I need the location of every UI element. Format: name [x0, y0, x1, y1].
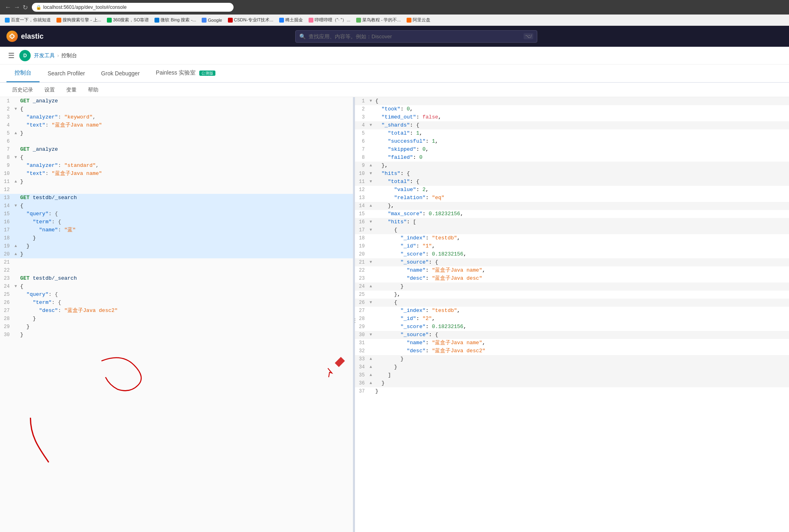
bookmark-runoob[interactable]: 菜鸟教程 - 学的不... — [355, 16, 403, 24]
resp-line: 17 ▼ { — [355, 226, 789, 234]
code-line: 16 "term": { — [0, 218, 353, 226]
elastic-logo[interactable]: elastic — [6, 31, 44, 42]
back-button[interactable]: ← — [5, 4, 11, 11]
code-line: 7 GET _analyze — [0, 145, 353, 154]
resp-line: 24 ▲ } — [355, 283, 789, 291]
bookmarks-bar: 百度一下，你就知道 搜狗搜索引擎 - 上... 360搜索，SO靠谱 微软 Bi… — [0, 15, 789, 26]
tab-grok-debugger[interactable]: Grok Debugger — [93, 65, 148, 82]
kibana-nav: ☰ D 开发工具 › 控制台 — [0, 47, 789, 64]
resp-line: 8 "failed": 0 — [355, 154, 789, 162]
resp-line: 27 "_index": "testdb", — [355, 307, 789, 315]
breadcrumb-dev-tools[interactable]: 开发工具 — [34, 52, 55, 59]
bookmark-juejin[interactable]: 稀土掘金 — [278, 16, 305, 24]
nav-avatar[interactable]: D — [19, 50, 31, 61]
resp-line: 3 "timed_out": false, — [355, 113, 789, 121]
editor-pane[interactable]: 1 GET _analyze 2 ▼ { 3 "analyzer": "keyw… — [0, 97, 353, 532]
code-line: 17 "name": "蓝" — [0, 226, 353, 234]
resp-line: 9 ▲ }, — [355, 162, 789, 170]
bookmark-aliyun[interactable]: 阿里云盘 — [405, 16, 432, 24]
forward-button[interactable]: → — [14, 4, 20, 11]
main-content: 1 GET _analyze 2 ▼ { 3 "analyzer": "keyw… — [0, 97, 789, 532]
bookmark-csdn[interactable]: CSDN-专业IT技术... — [226, 16, 275, 24]
resp-line: 19 "_id": "1", — [355, 242, 789, 250]
sub-nav: 历史记录 设置 变量 帮助 — [0, 83, 789, 97]
code-line: 13 GET testdb/_search — [0, 194, 353, 202]
header-search[interactable]: 🔍 ⌥/ — [295, 30, 537, 43]
reload-button[interactable]: ↻ — [23, 4, 28, 11]
resp-line: 11 ▼ "total": { — [355, 178, 789, 186]
code-line: 12 — [0, 186, 353, 194]
bookmark-sogou[interactable]: 搜狗搜索引擎 - 上... — [55, 16, 103, 24]
global-search-input[interactable] — [295, 30, 537, 43]
address-bar[interactable]: 🔒 localhost:5601/app/dev_tools#/console — [32, 3, 234, 12]
code-line: 3 "analyzer": "keyword", — [0, 113, 353, 121]
browser-bar: ← → ↻ 🔒 localhost:5601/app/dev_tools#/co… — [0, 0, 789, 15]
code-line: 30 } — [0, 331, 353, 339]
tab-search-profiler[interactable]: Search Profiler — [40, 65, 93, 82]
resp-line: 21 ▼ "_source": { — [355, 258, 789, 266]
bookmark-icon — [56, 18, 61, 23]
code-line: 25 "query": { — [0, 291, 353, 299]
resize-handle[interactable] — [353, 97, 355, 532]
sub-nav-help[interactable]: 帮助 — [82, 83, 104, 97]
tab-console[interactable]: 控制台 — [6, 64, 40, 82]
response-pane: 1 ▼ { 2 "took": 0, 3 "timed_out": false,… — [355, 97, 789, 532]
code-line: 24 ▼ { — [0, 283, 353, 291]
bookmark-baidu[interactable]: 百度一下，你就知道 — [3, 16, 52, 24]
bookmark-bing[interactable]: 微软 Bing 搜索 -... — [153, 16, 198, 24]
resp-line: 37 } — [355, 387, 789, 395]
bookmark-icon — [154, 18, 159, 23]
code-line: 19 ▲ } — [0, 242, 353, 250]
resp-line: 6 "successful": 1, — [355, 137, 789, 145]
bookmark-google[interactable]: Google — [200, 17, 223, 23]
resp-line: 20 "_score": 0.18232156, — [355, 250, 789, 258]
resp-line: 7 "skipped": 0, — [355, 145, 789, 154]
resp-line: 26 ▼ { — [355, 299, 789, 307]
code-line: 8 ▼ { — [0, 154, 353, 162]
code-line: 21 — [0, 258, 353, 266]
elastic-header: elastic 🔍 ⌥/ — [0, 26, 789, 47]
resp-line: 12 "value": 2, — [355, 186, 789, 194]
lock-icon: 🔒 — [36, 5, 42, 10]
resp-line: 34 ▲ } — [355, 363, 789, 371]
code-line: 6 — [0, 137, 353, 145]
sub-nav-settings[interactable]: 设置 — [39, 83, 61, 97]
hamburger-button[interactable]: ☰ — [6, 50, 16, 62]
bookmark-bilibili[interactable]: 哔哩哔哩（"· "）... — [307, 16, 352, 24]
resp-line: 10 ▼ "hits": { — [355, 170, 789, 178]
code-line: 20 ▲ } — [0, 250, 353, 258]
breadcrumb: 开发工具 › 控制台 — [34, 52, 77, 59]
resp-line: 30 ▼ "_source": { — [355, 331, 789, 339]
tab-painless-lab[interactable]: Painless 实验室 公测版 — [148, 64, 223, 82]
sub-nav-variables[interactable]: 变量 — [61, 83, 82, 97]
search-shortcut: ⌥/ — [524, 33, 533, 39]
search-icon: 🔍 — [299, 33, 306, 39]
resp-line: 13 "relation": "eq" — [355, 194, 789, 202]
code-line: 22 — [0, 266, 353, 274]
sub-nav-history[interactable]: 历史记录 — [6, 83, 39, 97]
response-content[interactable]: 1 ▼ { 2 "took": 0, 3 "timed_out": false,… — [355, 97, 789, 532]
bookmark-icon — [202, 18, 207, 23]
resp-line: 15 "max_score": 0.18232156, — [355, 210, 789, 218]
code-line: 2 ▼ { — [0, 105, 353, 113]
code-line: 15 "query": { — [0, 210, 353, 218]
bookmark-360[interactable]: 360搜索，SO靠谱 — [105, 16, 150, 24]
code-line: 26 "term": { — [0, 299, 353, 307]
resp-line: 22 "name": "蓝盒子Java name", — [355, 266, 789, 274]
resp-line: 31 "name": "蓝盒子Java name", — [355, 339, 789, 347]
resp-line: 2 "took": 0, — [355, 105, 789, 113]
bookmark-icon — [107, 18, 112, 23]
browser-nav[interactable]: ← → ↻ — [5, 4, 28, 11]
code-line: 10 "text": "蓝盒子Java name" — [0, 170, 353, 178]
breadcrumb-separator: › — [57, 53, 59, 58]
resp-line: 18 "_index": "testdb", — [355, 234, 789, 242]
editor-content[interactable]: 1 GET _analyze 2 ▼ { 3 "analyzer": "keyw… — [0, 97, 353, 532]
resp-line: 28 "_id": "2", — [355, 315, 789, 323]
resp-line: 23 "desc": "蓝盒子Java desc" — [355, 274, 789, 283]
code-line: 9 "analyzer": "standard", — [0, 162, 353, 170]
code-line: 29 } — [0, 323, 353, 331]
code-line: 4 "text": "蓝盒子Java name" — [0, 121, 353, 129]
code-line: 1 GET _analyze — [0, 97, 353, 105]
resp-line: 4 ▼ "_shards": { — [355, 121, 789, 129]
code-line: 14 ▼ { — [0, 202, 353, 210]
